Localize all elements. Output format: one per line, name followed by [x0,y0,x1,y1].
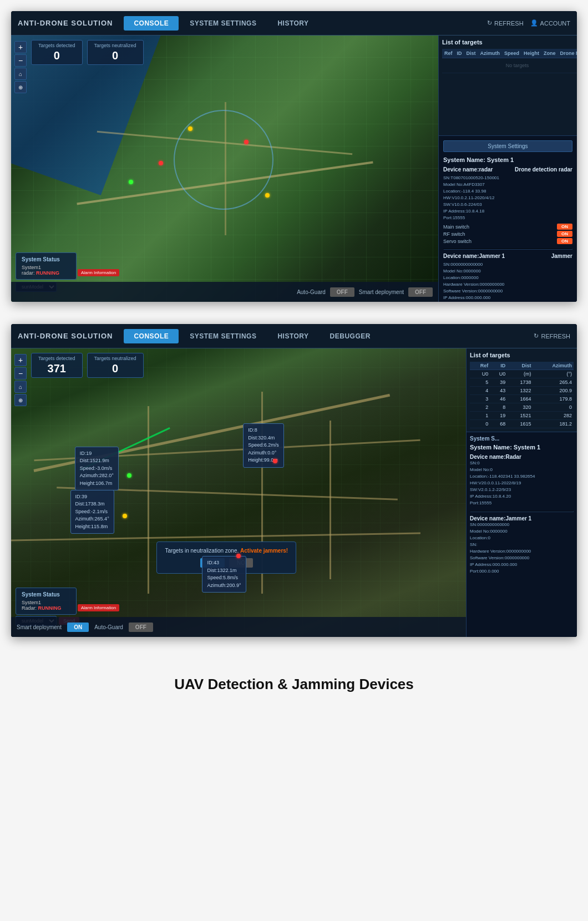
device-section-1b: Device name:Jammer 1 Jammer SN:000000000… [443,253,572,302]
zoom-out-button-2[interactable]: − [14,367,27,379]
targets-table-1: Ref ID Dist Azimuth Speed Height Zone Dr… [442,49,577,73]
switch-btn-1a-2[interactable]: ON [557,231,572,237]
alert-action-label-2: Activate jammers! [240,548,288,554]
targets-neutralized-label-2: Targets neutralized [94,356,136,361]
map-marker-green-1 [129,180,133,184]
drone-dist-4: Dist:1322.1m [207,567,241,575]
auto-guard-toggle-1[interactable]: OFF [330,287,354,297]
radar-status-2: Radar: RUNNING [22,605,70,611]
drone-speed-4: Speed:5.8m/s [207,574,241,582]
targets-list-section-2: List of targets Ref ID Dist Azimuth U0U0… [467,348,577,432]
tab-history-2[interactable]: HISTORY [267,329,318,343]
radar-status-1: radar: RUNNING [22,270,70,276]
map-bg-1: + − ⌂ ⊕ Targets detected 0 Targets neutr… [11,36,438,302]
tab-console-2[interactable]: CONSOLE [124,329,179,343]
smart-deployment-toggle-1[interactable]: OFF [408,287,433,297]
drone-marker-4 [236,554,241,558]
zoom-out-button-1[interactable]: − [14,54,27,67]
zoom-in-button-1[interactable]: + [14,41,27,53]
map-bottom-bar-2: Smart deployment ON Auto-Guard OFF [11,617,466,637]
drone-id-3: ID:39 [75,493,109,501]
switch-row-1a-1: Main switch ON [443,224,572,230]
system-status-title-2: System Status [22,591,70,598]
nav-bar-1: ANTI-DRONE SOLUTION CONSOLE SYSTEM SETTI… [11,11,577,36]
drone-marker-2 [273,459,277,463]
map-controls-2: + − ⌂ ⊕ [14,354,27,406]
device-name-1b: Device name:Jammer 1 [443,253,505,259]
smart-deployment-label-1: Smart deployment [359,289,404,295]
targets-neutralized-label-1: Targets neutralized [94,43,136,48]
target-counts-1: Targets detected 0 Targets neutralized 0 [31,40,144,65]
targets-table-2: Ref ID Dist Azimuth U0U0(m)(°) 539173826… [470,362,574,428]
nav-tabs-1: CONSOLE SYSTEM SETTINGS HISTORY [124,16,487,31]
table-row: 0681615181.2 [470,420,574,428]
drone-azimuth-4: Azimuth:200.9° [207,582,241,590]
switch-btn-1a-3[interactable]: ON [557,238,572,244]
drone-height-1: Height:106.7m [80,480,114,488]
col-speed-1: Speed [502,49,521,58]
targets-detected-label-1: Targets detected [38,43,75,48]
map-controls-1: + − ⌂ ⊕ [14,41,27,93]
target-counts-2: Targets detected 371 Targets neutralized… [31,353,144,378]
divider-2 [470,511,574,512]
tab-debugger-2[interactable]: DEBUGGER [320,329,381,343]
tab-system-settings-1[interactable]: SYSTEM SETTINGS [180,16,266,31]
map-bottom-bar-1: Auto-Guard OFF Smart deployment OFF [11,282,438,302]
map-home-button-1[interactable]: ⌂ [14,68,27,80]
table-row: 5391738265.4 [470,378,574,387]
divider-1 [443,249,572,250]
map-road-2d [148,406,149,594]
device-name-1a: Device name:radar [443,166,493,173]
tab-system-settings-2[interactable]: SYSTEM SETTINGS [180,329,266,343]
table-row: 3461664179.8 [470,395,574,403]
main-content-2: + − ⌂ ⊕ Targets detected 371 Targets neu… [11,348,577,637]
map-home-button-2[interactable]: ⌂ [14,381,27,393]
drone-speed-1: Speed:-3.0m/s [80,465,114,473]
map-compass-button-1[interactable]: ⊕ [14,81,27,93]
col2-ref: Ref [470,362,490,370]
device-section-2b: Device name:Jammer 1 SN:0000000000000 Mo… [470,515,574,575]
table-row: No targets [442,58,577,73]
drone-tooltip-2: ID:8 Dist:320.4m Speed:6.2m/s Azimuth:0.… [243,423,284,468]
map-area-2: + − ⌂ ⊕ Targets detected 371 Targets neu… [11,348,466,637]
col-azimuth-1: Azimuth [478,49,503,58]
device-info-1a: SN:T080701000520-150001 Model No:A4FD330… [443,175,572,221]
alert-message-2: Targets in neutralization zone. Activate… [165,548,288,554]
refresh-button-2[interactable]: ↻ REFRESH [534,332,570,340]
col-height-1: Height [521,49,541,58]
auto-guard-toggle-2[interactable]: OFF [129,623,153,632]
alarm-area-1: Alarm Information [78,266,119,276]
zoom-in-button-2[interactable]: + [14,354,27,366]
switch-btn-1a-1[interactable]: ON [557,224,572,230]
nav-tabs-2: CONSOLE SYSTEM SETTINGS HISTORY DEBUGGER [124,329,534,343]
alarm-info-button-1[interactable]: Alarm Information [78,269,119,276]
device-name-2b: Device name:Jammer 1 [470,515,574,522]
tab-history-1[interactable]: HISTORY [267,16,318,31]
alarm-area-2: Alarm Information [78,601,119,611]
drone-height-3: Height:115.8m [75,523,109,531]
table-row: 1191521282 [470,412,574,420]
map-marker-yellow-1 [188,126,192,131]
drone-tooltip-3: ID:39 Dist:1738.3m Speed:-2.1m/s Azimuth… [70,490,114,534]
nav-actions-2: ↻ REFRESH [534,332,570,340]
device-section-1a: Device name:radar Drone detection radar … [443,166,572,244]
alarm-info-button-2[interactable]: Alarm Information [78,604,119,611]
settings-panel-1: System Settings System Name: System 1 De… [439,135,577,302]
system-name-2: System1 [22,600,70,605]
account-button-1[interactable]: 👤 ACCOUNT [530,19,570,27]
settings-button-1[interactable]: System Settings [443,140,572,152]
page-title-section: UAV Detection & Jamming Devices [11,659,577,710]
switch-label-1a-1: Main switch [443,224,469,230]
tab-console-1[interactable]: CONSOLE [124,16,179,31]
col-zone-1: Zone [541,49,558,58]
col2-dist: Dist [507,362,533,370]
main-content-1: + − ⌂ ⊕ Targets detected 0 Targets neutr… [11,36,577,302]
targets-detected-label-2: Targets detected [38,356,75,361]
refresh-button-1[interactable]: ↻ REFRESH [487,19,524,27]
drone-id-4: ID:43 [207,559,241,567]
map-compass-button-2[interactable]: ⊕ [14,394,27,406]
system-status-title-1: System Status [22,256,70,262]
targets-neutralized-value-2: 0 [112,362,118,375]
app-title-2: ANTI-DRONE SOLUTION [18,332,113,340]
smart-deployment-toggle-2[interactable]: ON [67,623,89,632]
